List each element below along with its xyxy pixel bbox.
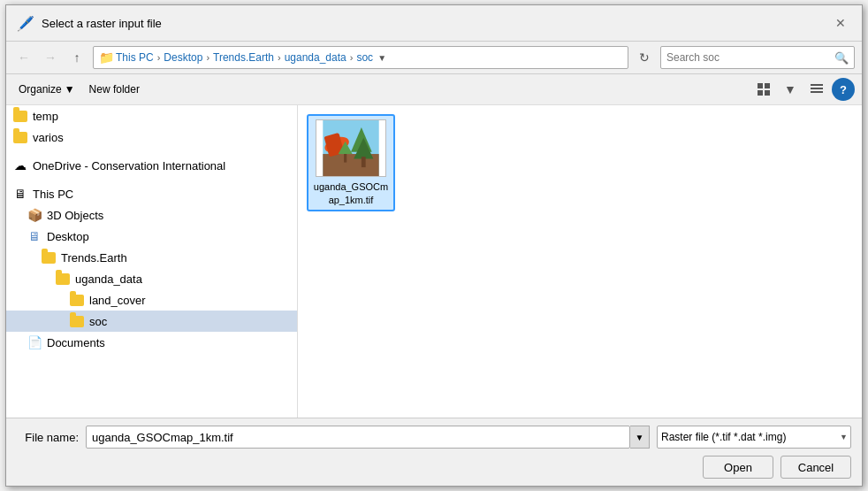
tree-label-varios: varios: [33, 131, 64, 144]
tree-label-ugandadata: uganda_data: [75, 272, 142, 286]
close-button[interactable]: ✕: [830, 12, 851, 34]
breadcrumb-desktop[interactable]: Desktop: [164, 51, 202, 64]
breadcrumb-trendsearth[interactable]: Trends.Earth: [213, 51, 274, 64]
tree-item-ugandadata[interactable]: uganda_data: [6, 268, 297, 289]
folder-icon-3dobjects: 📦: [27, 208, 42, 222]
title-bar-left: 🖊️ Select a raster input file: [17, 15, 162, 32]
file-label: uganda_GSOCmap_1km.tif: [312, 180, 390, 206]
filetype-select[interactable]: Raster file (*.tif *.dat *.img) All file…: [657, 426, 851, 449]
tree-separator2: [6, 176, 297, 183]
filetype-select-wrapper: Raster file (*.tif *.dat *.img) All file…: [657, 426, 851, 449]
svg-rect-2: [758, 90, 763, 96]
tree-item-landcover[interactable]: land_cover: [6, 289, 297, 311]
svg-rect-3: [765, 90, 770, 96]
svg-rect-0: [758, 83, 763, 88]
filename-row: File name: ▼ Raster file (*.tif *.dat *.…: [17, 426, 851, 449]
tree-item-desktop[interactable]: 🖥 Desktop: [6, 226, 297, 247]
tree-item-onedrive[interactable]: ☁ OneDrive - Conservation International: [6, 155, 297, 176]
left-panel: temp varios ☁ OneDrive - Conservation In…: [6, 105, 298, 418]
tree-label-thispc: This PC: [33, 188, 73, 201]
tree-item-temp[interactable]: temp: [6, 105, 297, 127]
main-content: temp varios ☁ OneDrive - Conservation In…: [6, 105, 862, 418]
filename-input[interactable]: [86, 426, 630, 449]
toolbar: Organize ▼ New folder ▼ ?: [6, 74, 862, 105]
raster-thumbnail-svg: [316, 120, 385, 176]
organize-button[interactable]: Organize ▼: [13, 81, 80, 98]
bottom-bar: File name: ▼ Raster file (*.tif *.dat *.…: [6, 418, 862, 486]
up-button[interactable]: ↑: [66, 47, 88, 68]
folder-icon-varios: [13, 130, 27, 144]
tree-item-documents[interactable]: 📄 Documents: [6, 332, 297, 353]
breadcrumb-dropdown-button[interactable]: ▼: [375, 50, 389, 65]
breadcrumb: 📁 This PC › Desktop › Trends.Earth › uga…: [93, 46, 628, 69]
tree-item-thispc[interactable]: 🖥 This PC: [6, 183, 297, 204]
new-folder-label: New folder: [89, 83, 140, 96]
refresh-button[interactable]: ↻: [634, 47, 655, 68]
search-box: 🔍: [660, 46, 855, 69]
svg-rect-6: [811, 91, 823, 93]
filename-label: File name:: [17, 431, 79, 444]
breadcrumb-folder-icon: 📁: [99, 50, 114, 65]
tree-item-soc[interactable]: soc: [6, 311, 297, 332]
address-bar: ← → ↑ 📁 This PC › Desktop › Trends.Earth…: [6, 42, 862, 74]
tree-label-3dobjects: 3D Objects: [47, 209, 103, 222]
view-button-details[interactable]: [805, 78, 828, 101]
tree-label-temp: temp: [33, 110, 58, 123]
folder-icon-trendsearth: [42, 250, 56, 265]
tree-label-landcover: land_cover: [89, 294, 146, 307]
folder-icon-ugandadata: [56, 272, 70, 286]
file-thumbnail: [316, 119, 386, 177]
view-button-grid[interactable]: [752, 78, 775, 101]
svg-rect-1: [765, 83, 770, 88]
dialog-title: Select a raster input file: [42, 17, 162, 30]
tree-label-desktop: Desktop: [47, 230, 89, 243]
tree-label-onedrive: OneDrive - Conservation International: [33, 159, 225, 173]
breadcrumb-thispc[interactable]: This PC: [116, 51, 154, 64]
title-bar: 🖊️ Select a raster input file ✕: [6, 5, 862, 42]
breadcrumb-ugandadata[interactable]: uganda_data: [285, 51, 346, 64]
pc-icon: 🖥: [13, 187, 27, 201]
grid-view-icon: [758, 83, 770, 96]
action-buttons: Open Cancel: [17, 456, 851, 479]
tree-separator: [6, 148, 297, 155]
cancel-button[interactable]: Cancel: [780, 456, 851, 479]
organize-dropdown-icon: ▼: [65, 83, 75, 96]
dialog-icon: 🖊️: [17, 15, 34, 32]
back-button[interactable]: ←: [13, 47, 34, 68]
details-view-icon: [811, 83, 823, 96]
folder-icon-soc: [70, 314, 84, 328]
tree-item-trendsearth[interactable]: Trends.Earth: [6, 247, 297, 268]
svg-rect-5: [811, 88, 823, 89]
tree-label-trendsearth: Trends.Earth: [61, 251, 127, 265]
svg-rect-13: [362, 157, 366, 167]
tree-item-3dobjects[interactable]: 📦 3D Objects: [6, 204, 297, 226]
search-input[interactable]: [666, 51, 831, 64]
file-item-uganda-gsocmap[interactable]: uganda_GSOCmap_1km.tif: [307, 114, 395, 211]
folder-icon-landcover: [70, 293, 84, 307]
tree-label-soc: soc: [89, 315, 107, 328]
search-icon-button[interactable]: 🔍: [834, 51, 849, 65]
folder-icon-temp: [13, 109, 27, 123]
right-panel: uganda_GSOCmap_1km.tif: [298, 105, 862, 418]
tree-item-varios[interactable]: varios: [6, 127, 297, 148]
folder-icon-desktop: 🖥: [27, 229, 42, 243]
view-button-dropdown[interactable]: ▼: [779, 78, 802, 101]
open-button[interactable]: Open: [703, 456, 773, 479]
forward-button[interactable]: →: [40, 47, 61, 68]
cloud-icon: ☁: [13, 158, 27, 173]
filename-dropdown-button[interactable]: ▼: [630, 426, 650, 449]
help-button[interactable]: ?: [832, 78, 855, 101]
new-folder-button[interactable]: New folder: [84, 81, 145, 98]
svg-rect-4: [811, 84, 823, 86]
organize-label: Organize: [19, 83, 62, 96]
file-dialog: 🖊️ Select a raster input file ✕ ← → ↑ 📁 …: [5, 4, 863, 487]
tree-label-documents: Documents: [47, 336, 105, 349]
documents-icon: 📄: [27, 335, 42, 349]
filename-input-wrapper: ▼: [86, 426, 650, 449]
breadcrumb-soc[interactable]: soc: [356, 51, 373, 64]
